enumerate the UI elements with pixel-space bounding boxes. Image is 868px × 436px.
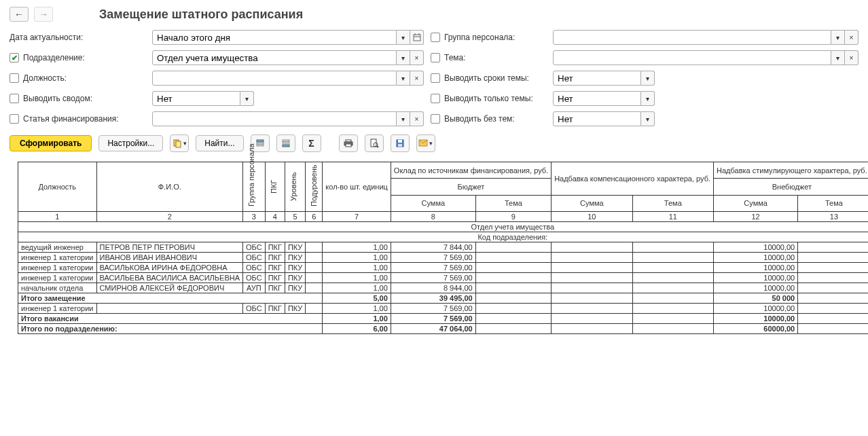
finance-dropdown-button[interactable]: ▾ [397, 111, 410, 126]
copy-icon[interactable] [170, 134, 189, 152]
svg-rect-14 [346, 144, 351, 147]
group-input[interactable] [553, 30, 831, 45]
col-fio: Ф.И.О. [96, 162, 243, 212]
col-stim: Надбавка стимулирующего характера, руб. [714, 162, 868, 179]
svg-rect-20 [398, 144, 402, 147]
position-checkbox[interactable] [10, 73, 19, 83]
no-themes-label: Выводить без тем: [444, 114, 515, 124]
save-icon[interactable] [391, 134, 410, 152]
theme-deadlines-label: Выводить сроки темы: [444, 73, 529, 83]
table-row: Итого по подразделению:6,0047 064,006000… [18, 324, 869, 334]
dept-checkbox[interactable] [10, 53, 19, 62]
theme-deadlines-dropdown-button[interactable]: ▾ [641, 71, 655, 86]
group-checkbox[interactable] [431, 33, 440, 42]
svg-rect-19 [398, 140, 402, 143]
svg-rect-0 [414, 35, 420, 41]
svodom-input[interactable] [152, 91, 240, 106]
finance-clear-button[interactable]: × [410, 111, 424, 126]
table-row: начальник отделаСМИРНОВ АЛЕКСЕЙ ФЕДОРОВИ… [18, 283, 869, 293]
dept-label: Подразделение: [23, 53, 85, 62]
dept-input[interactable] [152, 50, 397, 65]
col-sublevel: Подуровень [306, 162, 323, 212]
svg-rect-9 [283, 140, 289, 141]
svodom-checkbox[interactable] [10, 94, 19, 103]
svodom-label: Выводить сводом: [23, 94, 92, 103]
only-themes-checkbox[interactable] [431, 94, 440, 103]
table-row: инженер 1 категорииВАСИЛЬКОВА ИРИНА ФЕДО… [18, 263, 869, 273]
position-input[interactable] [152, 71, 397, 86]
only-themes-dropdown-button[interactable]: ▾ [641, 91, 655, 106]
preview-icon[interactable] [365, 134, 384, 152]
theme-dropdown-button[interactable]: ▾ [831, 50, 845, 65]
theme-deadlines-checkbox[interactable] [431, 73, 440, 83]
only-themes-input[interactable] [553, 91, 641, 106]
no-themes-input[interactable] [553, 111, 641, 126]
theme-deadlines-input[interactable] [553, 71, 641, 86]
table-row: Итого вакансии1,007 569,0010000,0017 569 [18, 314, 869, 324]
svg-line-17 [377, 146, 378, 147]
generate-button[interactable]: Сформировать [10, 135, 92, 151]
svg-rect-7 [257, 143, 264, 144]
col-salary: Оклад по источникам финансирования, руб. [391, 162, 551, 179]
dept-dropdown-button[interactable]: ▾ [397, 50, 410, 65]
svg-rect-5 [176, 141, 181, 147]
report-table: Должность Ф.И.О. Группа персонала ПКГ Ур… [18, 162, 868, 334]
position-label: Должность: [23, 73, 67, 83]
no-themes-checkbox[interactable] [431, 114, 440, 124]
actuality-input[interactable] [152, 30, 397, 45]
svg-rect-6 [257, 140, 264, 142]
actuality-calendar-button[interactable] [410, 30, 424, 45]
group-label: Группа персонала: [444, 33, 515, 42]
only-themes-label: Выводить только темы: [444, 94, 533, 103]
group-clear-button[interactable]: × [845, 30, 858, 45]
theme-label: Тема: [444, 53, 466, 62]
table-row: Итого замещение5,0039 495,0050 00089 495 [18, 293, 869, 304]
group-dropdown-button[interactable]: ▾ [831, 30, 845, 45]
table-row: инженер 1 категорииОБСПКГПКУ1,007 569,00… [18, 304, 869, 314]
col-pkg: ПКГ [265, 162, 285, 212]
table-row: инженер 1 категорииВАСИЛЬЕВА ВАСИЛИСА ВА… [18, 273, 869, 283]
finance-checkbox[interactable] [10, 114, 19, 124]
col-comp: Надбавка компенсационного характера, руб… [551, 162, 714, 196]
position-dropdown-button[interactable]: ▾ [397, 71, 410, 86]
actuality-dropdown-button[interactable]: ▾ [397, 30, 410, 45]
col-position: Должность [18, 162, 97, 212]
no-themes-dropdown-button[interactable]: ▾ [641, 111, 655, 126]
print-icon[interactable] [339, 134, 358, 152]
col-group: Группа персонала [243, 162, 266, 212]
svodom-dropdown-button[interactable]: ▾ [240, 91, 254, 106]
sum-icon[interactable]: Σ [302, 134, 321, 152]
theme-input[interactable] [553, 50, 831, 65]
finance-label: Статья финансирования: [23, 114, 119, 124]
theme-clear-button[interactable]: × [845, 50, 858, 65]
svg-rect-11 [283, 145, 289, 147]
col-level: Уровень [285, 162, 305, 212]
actuality-label: Дата актуальности: [10, 33, 145, 42]
col-units: кол-во шт. единиц [323, 162, 391, 212]
mail-icon[interactable] [416, 134, 435, 152]
finance-input[interactable] [152, 111, 397, 126]
page-title: Замещение штатного расписания [99, 7, 303, 22]
dept-clear-button[interactable]: × [410, 50, 424, 65]
back-button[interactable]: ← [10, 7, 29, 22]
forward-button[interactable]: → [34, 7, 53, 22]
position-clear-button[interactable]: × [410, 71, 424, 86]
settings-button[interactable]: Настройки... [98, 135, 163, 151]
find-button[interactable]: Найти... [196, 135, 243, 151]
svg-rect-10 [283, 142, 289, 143]
collapse-icon[interactable] [276, 134, 295, 152]
theme-checkbox[interactable] [431, 53, 440, 62]
table-row: ведущий инженерПЕТРОВ ПЕТР ПЕТРОВИЧОБСПК… [18, 242, 869, 253]
svg-rect-8 [257, 145, 264, 146]
table-row: инженер 1 категорииИВАНОВ ИВАН ИВАНОВИЧО… [18, 253, 869, 263]
